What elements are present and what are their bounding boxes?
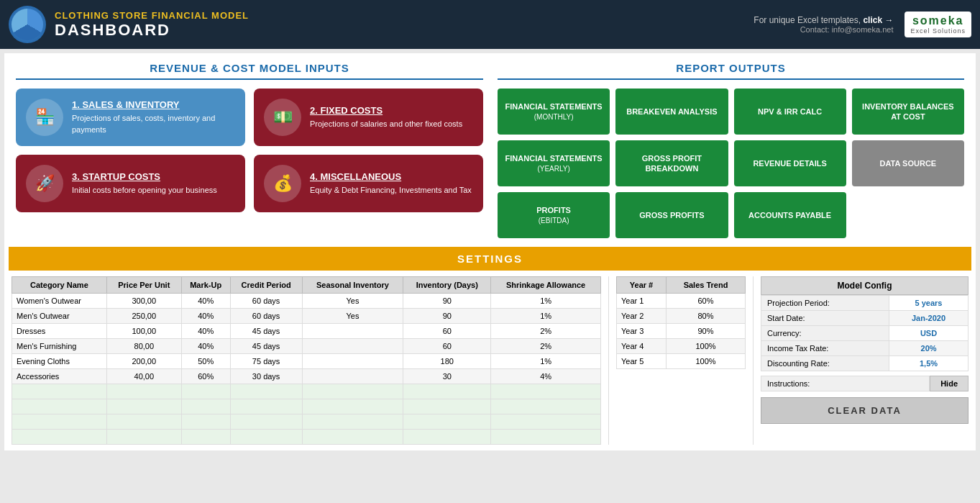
right-panel: REPORT OUTPUTS FINANCIAL STATEMENTS (MON… <box>498 62 964 238</box>
col-shrinkage: Shrinkage Allowance <box>491 277 601 294</box>
col-credit: Credit Period <box>230 277 302 294</box>
btn-inventory-balances[interactable]: INVENTORY BALANCES AT COST <box>852 89 964 135</box>
someka-logo: someka Excel Solutions <box>905 12 971 37</box>
main-content: REVENUE & COST MODEL INPUTS 🏪 1. SALES &… <box>4 53 976 450</box>
btn-gross-profits[interactable]: GROSS PROFITS <box>615 192 728 238</box>
header-link: For unique Excel templates, click → <box>754 15 893 25</box>
model-config-row: Income Tax Rate:20% <box>761 341 968 356</box>
btn-npv-irr-calc[interactable]: NPV & IRR CALC <box>734 89 846 135</box>
sales-trend-row: Year 280% <box>617 309 746 324</box>
model-config-row: Discounting Rate:1,5% <box>761 356 968 371</box>
table-row-empty <box>12 430 601 445</box>
table-row[interactable]: Men's Outwear250,0040%60 daysYes901% <box>12 309 601 324</box>
miscellaneous-title: 4. MISCELLANEOUS <box>310 171 472 182</box>
btn-accounts-payable[interactable]: ACCOUNTS PAYABLE <box>734 192 846 238</box>
btn-gross-profit-breakdown[interactable]: GROSS PROFIT BREAKDOWN <box>615 140 728 186</box>
btn-financial-statements-monthly[interactable]: FINANCIAL STATEMENTS (MONTHLY) <box>498 89 610 135</box>
sales-trend-row: Year 4100% <box>617 339 746 354</box>
col-markup: Mark-Up <box>181 277 230 294</box>
card-fixed-costs[interactable]: 💵 2. FIXED COSTS Projections of salaries… <box>254 89 483 146</box>
table-row-empty <box>12 399 601 414</box>
sales-inventory-desc: Projections of sales, costs, inventory a… <box>72 113 235 135</box>
divider-1 <box>608 276 609 445</box>
table-row[interactable]: Men's Furnishing80,0040%45 days602% <box>12 339 601 354</box>
startup-costs-title: 3. STARTUP COSTS <box>72 171 217 182</box>
sales-trend-row: Year 160% <box>617 294 746 309</box>
table-row[interactable]: Evening Cloths200,0050%75 days1801% <box>12 354 601 369</box>
instructions-label: Instructions: <box>761 376 930 391</box>
settings-header: SETTINGS <box>9 247 971 271</box>
sales-inventory-icon: 🏪 <box>26 99 63 136</box>
page-title: DASHBOARD <box>55 21 754 40</box>
fixed-costs-desc: Projections of salaries and other fixed … <box>310 119 462 130</box>
table-row[interactable]: Dresses100,0040%45 days602% <box>12 324 601 339</box>
settings-table: Category Name Price Per Unit Mark-Up Cre… <box>12 276 601 445</box>
startup-costs-icon: 🚀 <box>26 165 63 202</box>
someka-name: someka <box>912 14 964 27</box>
col-seasonal: Seasonal Inventory <box>302 277 403 294</box>
fixed-costs-title: 2. FIXED COSTS <box>310 105 462 116</box>
clear-data-button[interactable]: CLEAR DATA <box>761 397 968 424</box>
col-inventory-days: Inventory (Days) <box>403 277 491 294</box>
sales-inventory-title: 1. SALES & INVENTORY <box>72 99 235 110</box>
fixed-costs-icon: 💵 <box>264 99 301 136</box>
miscellaneous-icon: 💰 <box>264 165 301 202</box>
someka-tagline: Excel Solutions <box>910 27 966 35</box>
col-sales-trend: Sales Trend <box>667 277 746 294</box>
top-section: REVENUE & COST MODEL INPUTS 🏪 1. SALES &… <box>4 53 976 247</box>
header-text: CLOTHING STORE FINANCIAL MODEL DASHBOARD <box>55 10 754 40</box>
divider-2 <box>753 276 754 445</box>
instructions-hide-button[interactable]: Hide <box>930 376 968 391</box>
cards-grid: 🏪 1. SALES & INVENTORY Projections of sa… <box>16 89 483 212</box>
col-price: Price Per Unit <box>106 277 181 294</box>
left-panel: REVENUE & COST MODEL INPUTS 🏪 1. SALES &… <box>16 62 483 238</box>
card-startup-costs[interactable]: 🚀 3. STARTUP COSTS Initial costs before … <box>16 155 245 212</box>
model-config-row: Currency:USD <box>761 326 968 341</box>
app-subtitle: CLOTHING STORE FINANCIAL MODEL <box>55 10 754 21</box>
table-row-empty <box>12 414 601 430</box>
left-panel-title: REVENUE & COST MODEL INPUTS <box>16 62 483 80</box>
card-sales-inventory[interactable]: 🏪 1. SALES & INVENTORY Projections of sa… <box>16 89 245 146</box>
btn-breakeven-analysis[interactable]: BREAKEVEN ANALYSIS <box>615 89 728 135</box>
sales-trend-table: Year # Sales Trend Year 160%Year 280%Yea… <box>616 276 746 369</box>
table-row-empty <box>12 384 601 399</box>
btn-financial-statements-yearly[interactable]: FINANCIAL STATEMENTS (YEARLY) <box>498 140 610 186</box>
instructions-row: Instructions: Hide <box>761 376 968 391</box>
report-grid: FINANCIAL STATEMENTS (MONTHLY) BREAKEVEN… <box>498 89 964 238</box>
miscellaneous-desc: Equity & Debt Financing, Investments and… <box>310 185 472 196</box>
btn-profits-ebitda[interactable]: PROFITS (EBITDA) <box>498 192 610 238</box>
card-miscellaneous[interactable]: 💰 4. MISCELLANEOUS Equity & Debt Financi… <box>254 155 483 212</box>
settings-content: Category Name Price Per Unit Mark-Up Cre… <box>9 276 971 445</box>
startup-costs-desc: Initial costs before opening your busine… <box>72 185 217 196</box>
header-contact: Contact: info@someka.net <box>754 25 893 34</box>
model-config-row: Start Date:Jan-2020 <box>761 311 968 326</box>
header-right: For unique Excel templates, click → Cont… <box>754 12 971 37</box>
model-config-header: Model Config <box>761 276 968 295</box>
model-config-box: Model Config Projection Period:5 yearsSt… <box>761 276 968 445</box>
model-config-table: Projection Period:5 yearsStart Date:Jan-… <box>761 295 968 371</box>
model-config-row: Projection Period:5 years <box>761 296 968 311</box>
settings-section: SETTINGS Category Name Price Per Unit Ma… <box>4 247 976 450</box>
sales-trend-row: Year 390% <box>617 324 746 339</box>
right-panel-title: REPORT OUTPUTS <box>498 62 964 80</box>
btn-data-source[interactable]: DATA SOURCE <box>852 140 964 186</box>
table-row[interactable]: Women's Outwear300,0040%60 daysYes901% <box>12 294 601 309</box>
inventory-table: Category Name Price Per Unit Mark-Up Cre… <box>12 276 601 445</box>
sales-trend-row: Year 5100% <box>617 354 746 369</box>
col-year: Year # <box>617 277 667 294</box>
sales-trend-box: Year # Sales Trend Year 160%Year 280%Yea… <box>616 276 746 445</box>
header: CLOTHING STORE FINANCIAL MODEL DASHBOARD… <box>0 0 980 49</box>
table-row[interactable]: Accessories40,0060%30 days304% <box>12 369 601 384</box>
col-category: Category Name <box>12 277 107 294</box>
app-logo <box>9 6 46 43</box>
btn-revenue-details[interactable]: REVENUE DETAILS <box>734 140 846 186</box>
